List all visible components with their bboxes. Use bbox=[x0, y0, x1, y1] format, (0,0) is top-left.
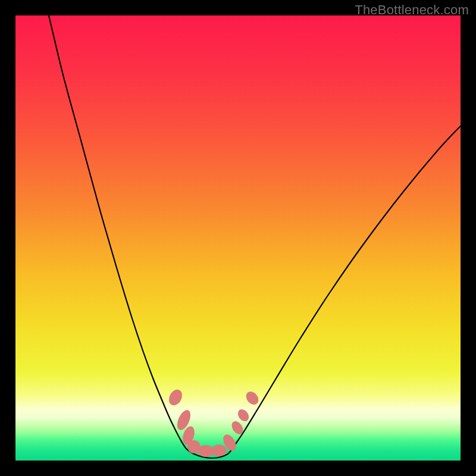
watermark-text: TheBottleneck.com bbox=[355, 2, 469, 18]
outer-frame: TheBottleneck.com bbox=[0, 0, 476, 476]
plot-area bbox=[15, 15, 461, 461]
chart-svg bbox=[15, 15, 461, 461]
gradient-background bbox=[15, 15, 461, 461]
marker-floor-c bbox=[211, 444, 227, 456]
